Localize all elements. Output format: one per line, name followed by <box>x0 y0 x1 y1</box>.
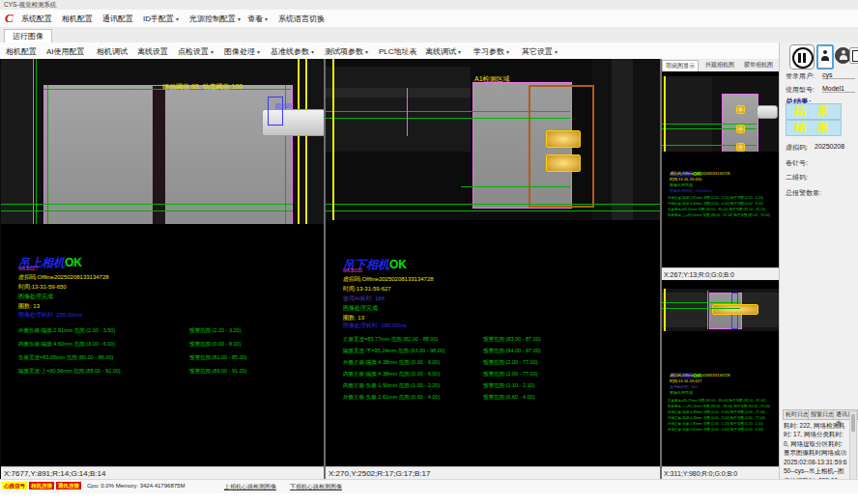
measure-value: 外侧负极-隔膜:2.91mm 范围:(2.00 - 3.50) <box>18 327 115 334</box>
menu-light-config[interactable]: 光源控制配置 <box>189 14 241 24</box>
result-badge-lower: 结 果 <box>786 120 842 136</box>
threshold-overlay-text: 好品阈值:93, 动态阈值:100 <box>162 82 243 92</box>
menu-system-config[interactable]: 系统配置 <box>21 14 52 24</box>
done-line: 图像处理完成 <box>670 390 693 395</box>
tool-camera-debug[interactable]: 相机调试 <box>97 46 128 57</box>
main-area: 好品阈值:93, 动态阈值:100 距:60 吊上相机OK M6.B017 虚拟… <box>0 59 779 479</box>
tool-camera-config[interactable]: 相机配置 <box>6 46 37 57</box>
elapsed-line: 图像处理耗时: 256.00ms <box>18 311 82 320</box>
done-line: 图像处理完成 <box>343 304 378 313</box>
warn-range: 预警范围:(83.00 - 87.00) <box>483 336 541 343</box>
mini-view-upper[interactable]: 吊上相机OK 虚拟码:Offline20250208133134728 时间:1… <box>662 71 779 267</box>
roi-edge-line <box>407 88 408 136</box>
measure-value: 内侧正极-负极:1.90mm 范围:(1.00 - 2.20) <box>343 382 440 389</box>
upper-camera-heartbeat-link[interactable]: 上相机心跳检测图像 <box>224 483 276 491</box>
elapsed-line: 图像处理耗时: 180.00ms <box>343 322 407 330</box>
measure-row: 内侧正极-隔膜:4.38mm 范围:(0.00 - 9.00) 预警范围:(2.… <box>668 416 765 420</box>
tool-offline-debug[interactable]: 离线调试 <box>425 46 461 57</box>
camera-view-upper[interactable]: 好品阈值:93, 动态阈值:100 距:60 <box>1 59 324 224</box>
measure-value: 隔膜宽度-上=90.56mm 范围:(88.00 - 92.00) <box>18 368 121 375</box>
result-badge-upper: 结 果 <box>786 103 842 120</box>
baseline-yellow <box>664 76 666 152</box>
measure-line-h <box>326 204 660 205</box>
measure-value: 内侧正极-隔膜:4.38mm 范围:(0.00 - 9.00) <box>343 371 440 378</box>
tool-test-params[interactable]: 测试项参数 <box>325 46 368 57</box>
tool-spotcheck[interactable]: 点检设置 <box>178 46 214 57</box>
gap-overlay-label: 距:60 <box>275 101 292 111</box>
virtual-code-line: 虚拟码:Offline20250208133134728 <box>670 171 729 176</box>
tool-offline-config[interactable]: 离线设置 <box>137 46 168 57</box>
measure-row: 负极宽度=83.05mm 范围:(80.00 - 86.00) 预警范围:(81… <box>668 208 765 211</box>
mini-view-lower[interactable]: 吊下相机OK 虚拟码:Offline20250208133134728 时间:1… <box>662 281 779 466</box>
elapsed-line: 图像处理耗时: 256.00ms <box>670 188 712 193</box>
camera-panel-upper: 好品阈值:93, 动态阈值:100 距:60 吊上相机OK M6.B017 虚拟… <box>1 59 324 479</box>
sub-code: M6.B017 <box>18 266 38 271</box>
cpu-memory-readout: Cpu: 0.0% Memory: 3424.41796875M <box>87 483 185 489</box>
user-icon <box>836 48 850 63</box>
menu-language-switch[interactable]: 系统语言切换 <box>278 14 325 24</box>
tool-baseline[interactable]: 基准线参数 <box>271 46 314 57</box>
warn-range: 预警范围:(0.60 - 4.00) <box>483 394 535 401</box>
camera-panel-lower: A1检测区域 吊下相机OK M6.B010 虚拟码:Offline2025020… <box>326 59 660 479</box>
menu-handle-config[interactable]: ID手配置 <box>143 14 179 24</box>
operator-badge-button[interactable] <box>816 44 834 70</box>
heartbeat-badge: 心跳信号 <box>2 482 27 490</box>
machine-band <box>1 59 32 224</box>
measure-line-h <box>326 210 660 211</box>
warn-range: 预警范围:(89.00 - 91.00) <box>189 368 247 375</box>
menu-view[interactable]: 查看 <box>247 14 268 24</box>
tool-other-config[interactable]: 其它设置 <box>522 46 558 57</box>
tool-learn-params[interactable]: 学习参数 <box>473 46 509 57</box>
menu-camera-config[interactable]: 相机配置 <box>62 14 93 24</box>
user-badge-icon <box>818 46 832 68</box>
time-line: 时间:13-31-59-650 <box>670 177 701 182</box>
virtual-code-line: 虚拟码:Offline20250208133134728 <box>670 373 729 378</box>
warn-range: 预警范围:(2.00 - 77.00) <box>483 371 538 378</box>
menu-comm-config[interactable]: 通讯配置 <box>102 14 133 24</box>
log-scrollbar[interactable] <box>849 411 857 481</box>
sidebar: → 登录用户: cys 使用型号: Model1 总结果: 结 果 结 果 虚拟… <box>779 42 858 479</box>
comm-conn-badge: 通讯连接 <box>56 482 81 490</box>
model-value: Model1 <box>822 85 855 93</box>
tool-ai-config[interactable]: AI使用配置 <box>46 46 85 57</box>
machine-band <box>326 88 471 98</box>
roi-edge-line <box>33 59 34 224</box>
login-user-label: 登录用户: <box>786 71 815 81</box>
warn-range: 预警范围:(2.00 - 77.00) <box>483 359 538 366</box>
machine-band <box>612 59 633 220</box>
time-line: 时间:13-31-59-627 <box>670 378 701 383</box>
tab-run-image[interactable]: 运行图像 <box>4 29 52 43</box>
camera-view-lower[interactable]: A1检测区域 <box>326 59 660 220</box>
measure-row: 内侧正极-负极:1.90mm 范围:(1.00 - 2.20) 预警范围:(1.… <box>668 422 763 426</box>
measure-line-h <box>461 186 570 187</box>
logout-button[interactable]: → <box>849 47 858 64</box>
login-user-value: cys <box>822 71 855 79</box>
lower-camera-heartbeat-link[interactable]: 下相机心跳检测图像 <box>290 483 342 491</box>
scrollbar-thumb[interactable] <box>851 414 855 432</box>
measure-value: 正极宽度=83.77mm 范围:(82.00 - 88.00) <box>343 336 438 343</box>
detect-mark <box>736 125 745 133</box>
pixel-coordinate-readout: X:267;Y:13;R:0;G:0;B:0 <box>662 267 779 280</box>
measure-row: 内侧负极-隔膜:4.60mm 范围:(3.00 - 6.00) 预警范围:(0.… <box>668 202 763 206</box>
machine-band <box>326 67 471 152</box>
needle-label: 卷针号: <box>786 158 808 168</box>
mini-tab-tape[interactable]: 胶带相机图 <box>741 60 776 70</box>
warn-range: 预警范围:(2.20 - 3.20) <box>189 327 242 334</box>
sub-code: M6.B010 <box>343 267 362 273</box>
mini-tab-defect[interactable]: 瑕疵图显示 <box>662 60 699 71</box>
ai-time-line: 使用AI耗时: 166 <box>670 384 698 389</box>
virtual-code-label: 虚拟码: <box>786 143 808 153</box>
tool-image-proc[interactable]: 图像处理 <box>224 46 260 57</box>
window-title: CYS-视觉检测系统 <box>4 1 57 10</box>
time-line: 时间:13-31-59-627 <box>343 285 391 294</box>
qr-label: 二维码: <box>786 173 808 182</box>
measure-line-h <box>1 204 293 205</box>
pause-button[interactable] <box>789 44 815 70</box>
virtual-code-line: 虚拟码:Offline20250208133134728 <box>18 273 109 282</box>
tool-plc-table[interactable]: PLC地址表 <box>379 46 417 57</box>
mini-tab-outer[interactable]: 外观相机图 <box>702 60 737 70</box>
measure-line-h <box>326 118 570 119</box>
gold-contact <box>546 154 581 172</box>
tab-connector <box>757 105 778 119</box>
toolbar: 相机配置 AI使用配置 相机调试 离线设置 点检设置 图像处理 基准线参数 测试… <box>0 42 779 60</box>
